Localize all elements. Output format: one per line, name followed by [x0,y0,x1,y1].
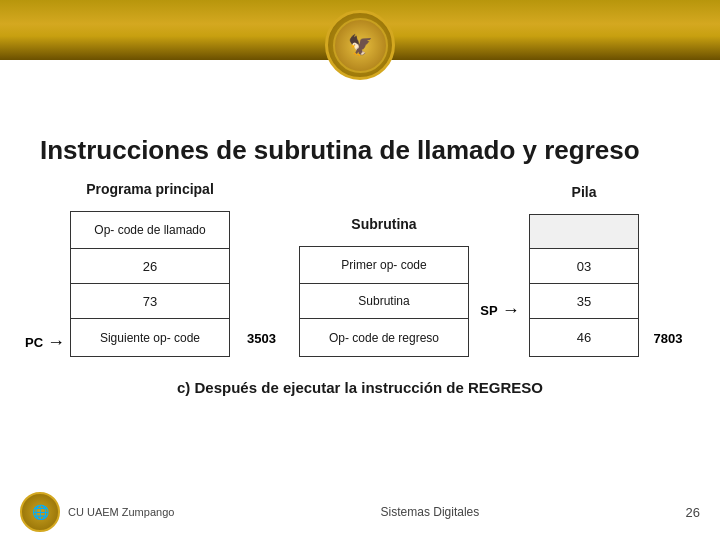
pila-section: Pila 03 35 46 [529,184,639,357]
programa-section: Programa principal Op- code de llamado 2… [70,181,230,357]
footer-logo: 🌐 [20,492,60,532]
sp-arrow-icon: → [502,301,520,319]
main-content: PC → Programa principal Op- code de llam… [0,181,720,357]
subtitle: c) Después de ejecutar la instrucción de… [0,379,720,396]
pila-cell-empty [529,214,639,249]
pc-arrow: PC → [25,333,65,351]
header-bar: 🦅 [0,0,720,60]
logo-circle: 🦅 [325,10,395,80]
sp-label: SP [480,303,497,318]
footer-page: 26 [686,505,700,520]
logo-icon: 🦅 [348,33,373,57]
footer-logo-icon: 🌐 [32,504,49,520]
footer: 🌐 CU UAEM Zumpango Sistemas Digitales 26 [0,492,720,532]
logo-inner: 🦅 [333,18,388,73]
sp-arrow: SP → [480,301,519,319]
sub-cell-primer-opcode: Primer op- code [299,246,469,284]
pila-cell-46: 46 [529,319,639,357]
footer-center: Sistemas Digitales [381,505,480,519]
pila-cell-35: 35 [529,284,639,319]
footer-org: CU UAEM Zumpango [68,506,174,518]
programa-header: Programa principal [86,181,214,203]
prog-cell-opcode-llamado: Op- code de llamado [70,211,230,249]
value-7803: 7803 [654,331,683,346]
prog-cell-26: 26 [70,249,230,284]
pila-header: Pila [572,184,597,206]
page-title: Instrucciones de subrutina de llamado y … [40,135,720,166]
value-3503: 3503 [247,331,276,346]
subrutina-section: Subrutina Primer op- code Subrutina Op- … [299,216,469,357]
sub-cell-regreso: Op- code de regreso [299,319,469,357]
prog-cell-siguiente: Siguiente op- code [70,319,230,357]
pc-arrow-icon: → [47,333,65,351]
sub-cell-subrutina: Subrutina [299,284,469,319]
footer-left: 🌐 CU UAEM Zumpango [20,492,174,532]
pc-label: PC [25,335,43,350]
pila-cell-03: 03 [529,249,639,284]
subrutina-header: Subrutina [351,216,416,238]
prog-cell-73: 73 [70,284,230,319]
